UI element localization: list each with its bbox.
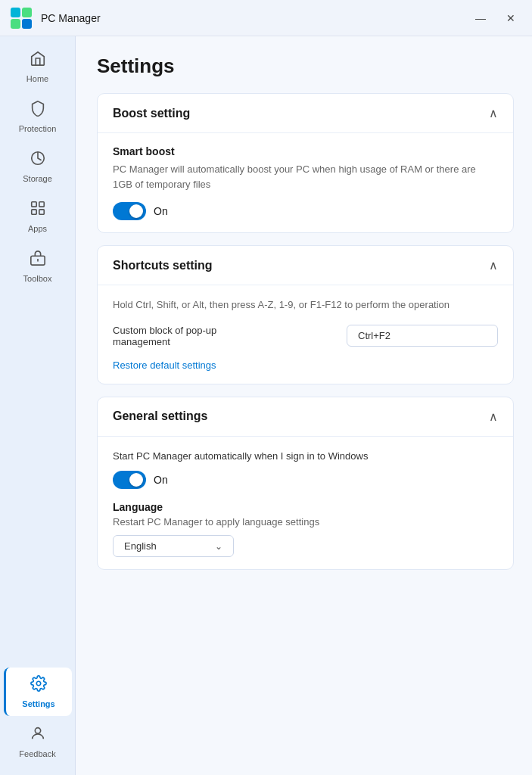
sidebar-label-feedback: Feedback [19, 749, 55, 758]
language-desc: Restart PC Manager to apply language set… [113, 516, 498, 528]
language-select[interactable]: English ⌄ [113, 535, 234, 557]
smart-boost-toggle-label: On [154, 205, 168, 217]
general-setting-section: General settings ∧ Start PC Manager auto… [97, 397, 514, 571]
boost-setting-section: Boost setting ∧ Smart boost PC Manager w… [97, 93, 514, 233]
main-content: Settings Boost setting ∧ Smart boost PC … [76, 36, 532, 775]
shortcuts-setting-section: Shortcuts setting ∧ Hold Ctrl, Shift, or… [97, 245, 514, 384]
autostart-toggle[interactable] [113, 471, 146, 489]
titlebar: PC Manager — ✕ [0, 0, 532, 36]
autostart-toggle-row: On [113, 471, 498, 489]
general-body: Start PC Manager automatically when I si… [98, 437, 513, 570]
svg-rect-1 [22, 8, 32, 17]
smart-boost-toggle-thumb [129, 204, 143, 218]
svg-rect-5 [31, 202, 36, 207]
general-setting-header[interactable]: General settings ∧ [98, 397, 513, 436]
sidebar-item-apps[interactable]: Apps [4, 192, 72, 241]
sidebar-label-settings: Settings [22, 699, 54, 708]
svg-rect-6 [39, 202, 43, 207]
minimize-button[interactable]: — [468, 6, 493, 30]
sidebar-item-storage[interactable]: Storage [4, 142, 72, 191]
svg-point-11 [36, 681, 41, 686]
svg-rect-3 [22, 19, 32, 29]
shortcuts-setting-header[interactable]: Shortcuts setting ∧ [98, 246, 513, 285]
general-chevron-icon: ∧ [489, 409, 498, 424]
app-logo [9, 6, 33, 30]
sidebar-label-protection: Protection [19, 124, 57, 133]
language-section: Language Restart PC Manager to apply lan… [113, 501, 498, 557]
shortcut-row-popup: Custom block of pop-up management Ctrl+F… [113, 325, 498, 347]
smart-boost-desc: PC Manager will automatically boost your… [113, 162, 498, 191]
autostart-label: Start PC Manager automatically when I si… [113, 449, 498, 464]
svg-point-12 [35, 728, 40, 733]
sidebar-item-home[interactable]: Home [4, 42, 72, 91]
svg-rect-7 [31, 210, 36, 214]
sidebar-item-feedback[interactable]: Feedback [4, 717, 72, 766]
sidebar-item-protection[interactable]: Protection [4, 92, 72, 141]
svg-rect-8 [39, 210, 43, 214]
app-body: Home Protection Storage [0, 36, 532, 775]
sidebar-label-toolbox: Toolbox [23, 274, 52, 283]
sidebar-label-home: Home [26, 74, 48, 83]
shortcut-popup-value: Ctrl+F2 [358, 330, 390, 341]
shortcut-popup-input[interactable]: Ctrl+F2 [347, 325, 498, 347]
toolbox-icon [30, 250, 46, 271]
apps-icon [30, 200, 46, 221]
boost-setting-title: Boost setting [113, 107, 190, 120]
protection-icon [30, 100, 46, 121]
smart-boost-title: Smart boost [113, 145, 498, 157]
shortcuts-body: Hold Ctrl, Shift, or Alt, then press A-Z… [98, 285, 513, 384]
svg-rect-2 [11, 19, 20, 29]
storage-icon [30, 150, 46, 171]
sidebar: Home Protection Storage [0, 36, 76, 775]
shortcut-popup-label: Custom block of pop-up management [113, 325, 249, 347]
feedback-icon [30, 725, 46, 746]
smart-boost-toggle-row: On [113, 202, 498, 220]
language-dropdown-icon: ⌄ [215, 541, 222, 552]
boost-body: Smart boost PC Manager will automaticall… [98, 133, 513, 232]
sidebar-label-storage: Storage [23, 174, 52, 183]
page-title: Settings [97, 54, 514, 78]
settings-icon [30, 675, 47, 696]
shortcuts-chevron-icon: ∧ [489, 258, 498, 272]
svg-rect-0 [11, 8, 20, 17]
restore-defaults-link[interactable]: Restore default settings [113, 359, 216, 371]
shortcuts-setting-title: Shortcuts setting [113, 259, 213, 272]
general-setting-title: General settings [113, 409, 207, 423]
boost-setting-header[interactable]: Boost setting ∧ [98, 94, 513, 132]
shortcuts-desc: Hold Ctrl, Shift, or Alt, then press A-Z… [113, 297, 498, 313]
sidebar-item-settings[interactable]: Settings [4, 668, 72, 716]
app-title: PC Manager [41, 12, 468, 24]
window-controls: — ✕ [468, 6, 523, 30]
autostart-toggle-thumb [129, 473, 143, 487]
smart-boost-toggle-track [113, 202, 146, 220]
home-icon [30, 50, 46, 71]
autostart-toggle-label: On [154, 474, 168, 486]
language-value: English [124, 540, 157, 552]
autostart-toggle-track [113, 471, 146, 489]
smart-boost-toggle[interactable] [113, 202, 146, 220]
sidebar-item-toolbox[interactable]: Toolbox [4, 242, 72, 291]
close-button[interactable]: ✕ [499, 6, 523, 30]
boost-chevron-icon: ∧ [489, 106, 498, 120]
sidebar-label-apps: Apps [28, 224, 47, 233]
language-title: Language [113, 501, 498, 513]
